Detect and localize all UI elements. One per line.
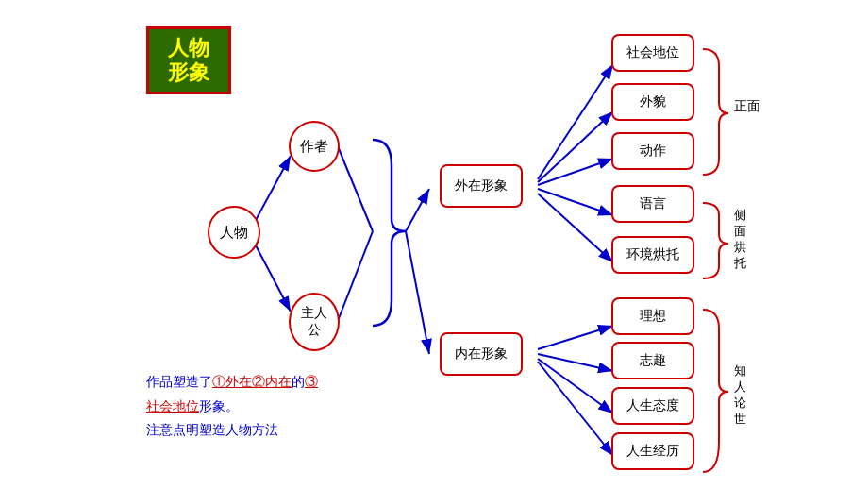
waizai-rect: 外在形象 xyxy=(440,164,523,208)
title-box: 人物 形象 xyxy=(146,26,231,94)
svg-line-10 xyxy=(538,189,613,215)
zhuren-circle: 主人公 xyxy=(289,293,340,351)
zhengmian-label: 正面 xyxy=(734,98,760,115)
svg-line-4 xyxy=(338,231,373,321)
title-text: 人物 形象 xyxy=(168,36,209,86)
svg-line-9 xyxy=(538,159,613,185)
renshengjingli-rect: 人生经历 xyxy=(611,432,694,470)
svg-line-13 xyxy=(538,354,613,371)
svg-line-2 xyxy=(255,244,291,312)
bottom-text: 作品塑造了①外在②内在的③ 社会地位形象。 注意点明塑造人物方法 xyxy=(146,370,318,442)
svg-line-3 xyxy=(338,146,373,231)
zuozhe-circle: 作者 xyxy=(289,121,340,172)
svg-line-7 xyxy=(538,64,613,179)
lixiang-rect: 理想 xyxy=(611,297,694,335)
neizai-rect: 内在形象 xyxy=(440,332,523,376)
svg-line-15 xyxy=(538,362,613,456)
svg-line-12 xyxy=(538,326,613,349)
svg-line-6 xyxy=(406,231,429,354)
renwu-circle: 人物 xyxy=(208,206,260,259)
huanjing-rect: 环境烘托 xyxy=(611,236,694,274)
waimao-rect: 外貌 xyxy=(611,83,694,121)
svg-line-14 xyxy=(538,359,613,413)
zhiqu-rect: 志趣 xyxy=(611,342,694,379)
yuyan-rect: 语言 xyxy=(611,185,694,223)
svg-line-8 xyxy=(538,111,613,182)
cemian-label: 侧面烘托 xyxy=(734,208,746,272)
svg-line-1 xyxy=(255,156,291,222)
zhiren-label: 知人论世 xyxy=(734,363,746,428)
shehui-rect: 社会地位 xyxy=(611,34,694,72)
renshengtaidu-rect: 人生态度 xyxy=(611,387,694,425)
svg-line-5 xyxy=(406,189,429,231)
svg-line-11 xyxy=(538,194,613,262)
dongzuo-rect: 动作 xyxy=(611,132,694,170)
